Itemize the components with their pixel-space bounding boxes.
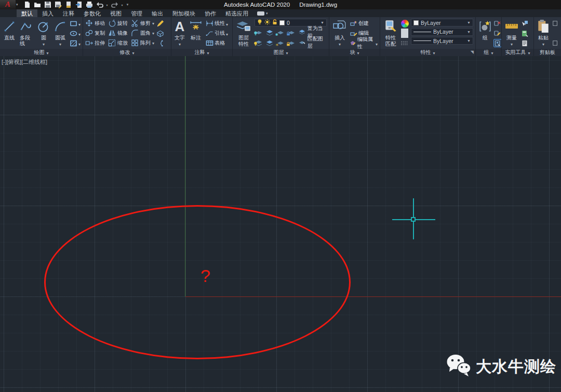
panel-label-group[interactable]: 组 xyxy=(476,49,501,56)
stretch-tool[interactable]: 拉伸 xyxy=(85,38,105,48)
new-file-icon[interactable] xyxy=(23,1,31,8)
drawing-canvas[interactable]: [-][俯视][二维线框] ? 大水牛测绘 xyxy=(0,56,561,392)
cut-icon[interactable] xyxy=(552,19,558,28)
table-tool[interactable]: 表格 xyxy=(206,39,228,47)
mirror-tool[interactable]: 镜像 xyxy=(108,29,128,38)
panel-label-draw[interactable]: 绘图 xyxy=(0,49,83,56)
leader-tool[interactable]: 引线 xyxy=(206,29,228,37)
trim-tool[interactable]: 修剪 xyxy=(131,19,154,28)
circle-tool[interactable]: 圆 xyxy=(36,18,51,49)
layer-thaw-all-icon[interactable]: ☀ xyxy=(276,39,285,46)
tab-addins[interactable]: 附加模块 xyxy=(168,9,200,17)
layer-isolate-icon[interactable] xyxy=(265,29,274,36)
layer-properties-tool[interactable]: 图层 特性 xyxy=(235,18,252,49)
copy-clip-icon[interactable] xyxy=(552,39,558,47)
linetype-dropdown[interactable]: ByLayer ▼ xyxy=(411,37,473,45)
line-tool[interactable]: 直线 xyxy=(2,18,17,49)
tab-insert[interactable]: 插入 xyxy=(37,9,58,17)
circle-caret-icon[interactable] xyxy=(43,41,45,47)
panel-label-modify[interactable]: 修改 xyxy=(83,49,171,56)
layer-unisolate-icon[interactable] xyxy=(265,39,274,46)
tab-collaborate[interactable]: 协作 xyxy=(200,9,221,17)
undo-caret-icon[interactable]: ▾ xyxy=(106,3,108,7)
group-tool[interactable]: 组 xyxy=(478,18,492,49)
fillet-caret-icon[interactable] xyxy=(152,30,154,36)
linetype-icon[interactable] xyxy=(401,39,409,47)
tab-annotate[interactable]: 注释 xyxy=(58,9,79,17)
viewport-controls[interactable]: [-][俯视][二维线框] xyxy=(2,58,47,66)
paste-caret-icon[interactable] xyxy=(542,41,544,47)
hatch-tool[interactable] xyxy=(70,39,81,47)
text-tool[interactable]: A 文字 xyxy=(173,18,186,49)
layer-thaw-sun-icon[interactable] xyxy=(264,19,270,26)
layer-color-swatch[interactable] xyxy=(279,20,285,25)
tab-view[interactable]: 视图 xyxy=(105,9,126,17)
group-edit-icon[interactable] xyxy=(493,29,501,37)
layer-freeze-icon[interactable]: ✱ xyxy=(276,29,285,36)
text-caret-icon[interactable] xyxy=(179,41,181,47)
create-block-tool[interactable]: 创建 xyxy=(350,19,378,28)
tab-parametric[interactable]: 参数化 xyxy=(79,9,105,17)
array-tool[interactable]: 阵列 xyxy=(131,38,154,48)
scale-tool[interactable]: 缩放 xyxy=(108,38,128,48)
rectangle-tool[interactable] xyxy=(70,19,81,28)
properties-dialog-launcher-icon[interactable]: ◥ xyxy=(471,50,474,55)
match-layer-tool[interactable]: 匹配图层 xyxy=(298,38,327,47)
panel-label-properties[interactable]: 特性 ◥ xyxy=(380,49,475,56)
measure-caret-icon[interactable] xyxy=(511,41,513,47)
save-icon[interactable] xyxy=(44,1,51,8)
panel-label-block[interactable]: 块 xyxy=(329,49,380,56)
quick-calc-icon[interactable] xyxy=(521,29,528,37)
copy-tool[interactable]: 复制 xyxy=(85,29,105,38)
insert-caret-icon[interactable] xyxy=(339,41,341,47)
rotate-tool[interactable]: 旋转 xyxy=(108,19,128,28)
explode-tool[interactable] xyxy=(156,29,164,37)
object-color-dropdown[interactable]: ByLayer ▼ xyxy=(411,19,473,26)
layer-unlock-icon[interactable] xyxy=(272,19,277,26)
insert-block-tool[interactable]: 插入 xyxy=(331,18,348,49)
erase-tool[interactable] xyxy=(156,19,164,28)
app-logo-icon[interactable]: A xyxy=(0,0,16,9)
lineweight-icon[interactable] xyxy=(401,29,409,37)
trim-caret-icon[interactable] xyxy=(152,20,154,26)
paste-tool[interactable]: 粘贴 xyxy=(536,18,551,49)
app-menu-caret-icon[interactable]: ▾ xyxy=(16,3,18,7)
linear-dim-tool[interactable]: 线性 xyxy=(206,19,228,28)
ribbon-display-toggle[interactable]: ▾ xyxy=(257,9,268,17)
panel-label-utilities[interactable]: 实用工具 xyxy=(502,49,533,56)
array-caret-icon[interactable] xyxy=(152,40,154,46)
undo-icon[interactable] xyxy=(96,1,103,8)
save-as-icon[interactable] xyxy=(55,1,62,8)
dimension-tool[interactable]: 标注 xyxy=(188,18,204,49)
print-icon[interactable] xyxy=(86,1,93,8)
arc-tool[interactable]: 圆弧 xyxy=(53,18,68,49)
group-selection-toggle-icon[interactable] xyxy=(493,39,501,47)
layer-on-all-icon[interactable] xyxy=(255,39,263,46)
tab-manage[interactable]: 管理 xyxy=(126,9,147,17)
fillet-tool[interactable]: 圆角 xyxy=(131,29,154,38)
layer-on-bulb-icon[interactable] xyxy=(257,19,262,26)
lineweight-dropdown[interactable]: ByLayer ▼ xyxy=(411,28,473,36)
measure-tool[interactable]: 测量 xyxy=(504,18,519,49)
arc-caret-icon[interactable] xyxy=(59,41,61,47)
plot-stamp-icon[interactable] xyxy=(65,1,72,8)
tab-featured-apps[interactable]: 精选应用 xyxy=(221,9,253,17)
join-tool[interactable] xyxy=(156,39,164,47)
tab-output[interactable]: 输出 xyxy=(147,9,168,17)
drawn-ellipse[interactable] xyxy=(44,205,351,359)
list-icon[interactable] xyxy=(521,39,528,47)
layer-lock-icon[interactable] xyxy=(287,29,296,36)
ellipse-tool[interactable] xyxy=(70,29,81,37)
panel-label-annotate[interactable]: 注释 xyxy=(171,49,232,56)
export-icon[interactable] xyxy=(75,1,83,8)
panel-label-layers[interactable]: 图层 xyxy=(233,49,329,56)
qat-customize-icon[interactable]: ▼ xyxy=(126,3,129,6)
quick-select-icon[interactable] xyxy=(521,19,528,28)
edit-attributes-tool[interactable]: 编辑属性 xyxy=(350,39,378,47)
move-tool[interactable]: 移动 xyxy=(85,19,105,28)
layer-off-icon[interactable] xyxy=(255,29,263,36)
panel-label-clipboard[interactable]: 剪贴板 xyxy=(534,49,561,56)
ungroup-icon[interactable] xyxy=(493,19,501,28)
redo-icon[interactable] xyxy=(111,1,118,8)
layer-unlock-all-icon[interactable] xyxy=(287,39,296,46)
